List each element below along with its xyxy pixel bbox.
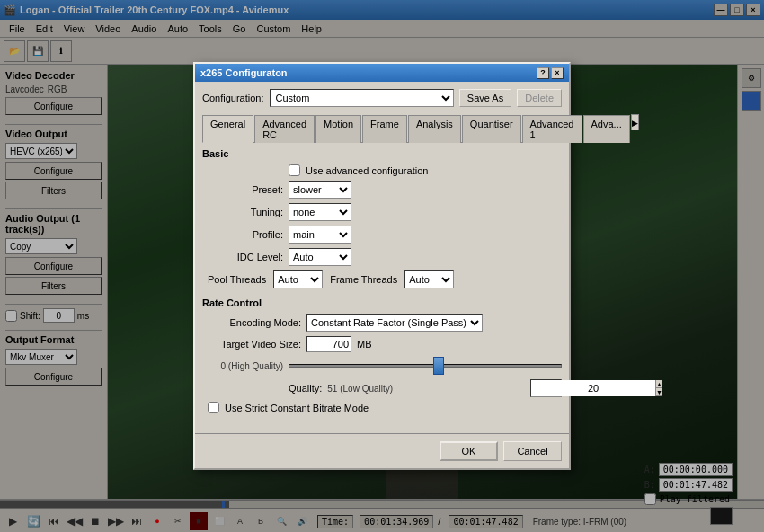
use-advanced-row: Use advanced configuration (202, 164, 562, 176)
preset-select[interactable]: slower (289, 181, 351, 199)
tab-advan-more[interactable]: Adva... (583, 115, 630, 143)
encoding-mode-label: Encoding Mode: (202, 317, 301, 328)
mb-label: MB (357, 339, 372, 350)
quality-slider-track (289, 364, 562, 368)
cancel-button[interactable]: Cancel (503, 441, 562, 461)
dialog-buttons: OK Cancel (195, 433, 569, 468)
frame-threads-label: Frame Threads (330, 274, 397, 285)
quality-label: Quality: (289, 383, 322, 394)
tab-advanced1[interactable]: Advanced 1 (522, 115, 582, 143)
dialog-titlebar-right: ? × (537, 67, 564, 79)
quality-down-button[interactable]: ▼ (656, 388, 662, 396)
profile-select[interactable]: main (289, 226, 351, 244)
quality-up-button[interactable]: ▲ (656, 380, 662, 388)
tabs-bar: General Advanced RC Motion Frame Analysi… (202, 114, 562, 143)
dialog-help-button[interactable]: ? (537, 67, 549, 79)
tuning-select[interactable]: none (289, 203, 351, 221)
quality-high-label: 51 (Low Quality) (327, 384, 393, 394)
ok-button[interactable]: OK (440, 441, 498, 461)
quality-value-input[interactable] (531, 380, 655, 396)
target-size-label: Target Video Size: (202, 339, 301, 350)
spinbox-arrows: ▲ ▼ (655, 380, 662, 396)
use-advanced-label: Use advanced configuration (306, 165, 428, 176)
tab-quantiser[interactable]: Quantiser (462, 115, 521, 143)
strict-cbr-label: Use Strict Constant Bitrate Mode (225, 403, 369, 413)
config-row: Configuration: Custom Save As Delete (202, 89, 562, 107)
quality-slider-container (289, 357, 562, 375)
quality-value-row: Quality: 51 (Low Quality) ▲ ▼ (202, 379, 562, 397)
dialog-titlebar: x265 Configuraton ? × (195, 64, 569, 82)
profile-row: Profile: main (202, 226, 562, 244)
preset-row: Preset: slower (202, 181, 562, 199)
idc-level-select[interactable]: Auto (289, 248, 351, 266)
strict-cbr-checkbox[interactable] (208, 402, 219, 413)
tuning-row: Tuning: none (202, 203, 562, 221)
tab-frame[interactable]: Frame (362, 115, 407, 143)
tab-advanced-rc[interactable]: Advanced RC (254, 115, 315, 143)
dialog-close-button[interactable]: × (551, 67, 564, 79)
strict-cbr-row: Use Strict Constant Bitrate Mode (202, 402, 562, 413)
tuning-label: Tuning: (202, 207, 283, 217)
pool-threads-select[interactable]: Auto (273, 270, 323, 288)
rate-control-section: Rate Control Encoding Mode: Constant Rat… (202, 297, 562, 413)
quality-spinbox: ▲ ▼ (530, 379, 562, 397)
app-window: 🎬 Logan - Official Trailer 20th Century … (0, 0, 764, 532)
encoding-mode-select[interactable]: Constant Rate Factor (Single Pass) (306, 314, 483, 332)
tab-motion[interactable]: Motion (315, 115, 361, 143)
x265-config-dialog: x265 Configuraton ? × Configuration: Cus… (193, 62, 571, 470)
save-as-button[interactable]: Save As (459, 89, 511, 107)
quality-row: 0 (High Quality) (202, 357, 562, 375)
dialog-title: x265 Configuraton (200, 67, 288, 78)
threads-row: Pool Threads Auto Frame Threads Auto (202, 270, 562, 288)
pool-threads-label: Pool Threads (208, 274, 266, 285)
use-advanced-checkbox[interactable] (289, 164, 300, 176)
basic-section: Basic Use advanced configuration Preset:… (202, 148, 562, 288)
encoding-mode-row: Encoding Mode: Constant Rate Factor (Sin… (202, 314, 562, 332)
tab-scroll-right[interactable]: ▶ (631, 114, 639, 130)
target-size-row: Target Video Size: MB (202, 336, 562, 352)
quality-slider-thumb[interactable] (433, 357, 444, 375)
quality-low-label: 0 (High Quality) (202, 361, 283, 371)
basic-title: Basic (202, 148, 562, 159)
idc-level-row: IDC Level: Auto (202, 248, 562, 266)
dialog-content: Configuration: Custom Save As Delete Gen… (195, 82, 569, 430)
frame-threads-select[interactable]: Auto (404, 270, 454, 288)
idc-level-label: IDC Level: (202, 252, 283, 262)
preset-label: Preset: (202, 184, 283, 195)
target-size-input[interactable] (306, 336, 351, 352)
rate-control-title: Rate Control (202, 297, 562, 308)
tab-general[interactable]: General (202, 115, 253, 143)
tab-analysis[interactable]: Analysis (408, 115, 461, 143)
config-label: Configuration: (202, 93, 264, 103)
dialog-overlay: x265 Configuraton ? × Configuration: Cus… (0, 0, 764, 532)
delete-button[interactable]: Delete (517, 89, 562, 107)
profile-label: Profile: (202, 229, 283, 240)
config-select[interactable]: Custom (270, 89, 454, 107)
